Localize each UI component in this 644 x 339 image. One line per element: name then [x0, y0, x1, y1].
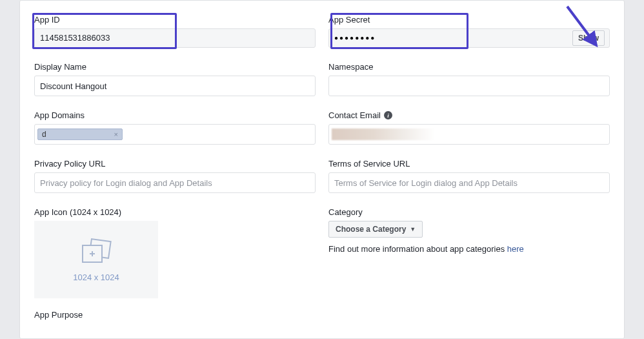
privacy-url-label: Privacy Policy URL — [34, 159, 316, 169]
domain-tag-text: d — [42, 130, 46, 139]
contact-email-input[interactable] — [328, 124, 610, 145]
app-id-text: 114581531886033 — [40, 29, 110, 47]
app-secret-masked: ●●●●●●●● — [334, 29, 376, 47]
tos-url-label: Terms of Service URL — [328, 159, 610, 169]
info-icon[interactable]: i — [384, 111, 392, 119]
domain-tag[interactable]: d × — [37, 128, 123, 140]
contact-email-label: Contact Email i — [328, 110, 610, 120]
app-secret-label: App Secret — [328, 15, 610, 25]
app-purpose-label: App Purpose — [34, 310, 316, 320]
show-secret-button[interactable]: Show — [572, 30, 605, 46]
app-icon-dimensions: 1024 x 1024 — [73, 272, 119, 282]
category-help-text: Find out more information about app cate… — [328, 244, 610, 254]
app-domains-label: App Domains — [34, 110, 316, 120]
privacy-url-input[interactable] — [34, 172, 316, 193]
category-label: Category — [328, 207, 610, 217]
app-domains-input[interactable]: d × — [34, 124, 316, 145]
display-name-label: Display Name — [34, 62, 316, 72]
redacted-email — [332, 128, 435, 140]
category-button-text: Choose a Category — [336, 225, 406, 234]
image-upload-icon — [77, 238, 115, 266]
caret-down-icon: ▼ — [410, 226, 416, 232]
settings-card: App ID 114581531886033 App Secret ●●●●●●… — [19, 0, 625, 339]
tos-url-input[interactable] — [328, 172, 610, 193]
display-name-input[interactable] — [34, 76, 316, 96]
app-id-value: 114581531886033 — [34, 28, 316, 48]
contact-email-label-text: Contact Email — [328, 110, 381, 120]
domain-tag-remove-icon[interactable]: × — [114, 130, 118, 138]
app-secret-field: ●●●●●●●● Show — [328, 28, 610, 48]
app-icon-label: App Icon (1024 x 1024) — [34, 207, 316, 217]
category-help-link[interactable]: here — [507, 244, 524, 254]
app-icon-upload[interactable]: 1024 x 1024 — [34, 221, 158, 298]
category-help-prefix: Find out more information about app cate… — [328, 244, 507, 254]
namespace-input[interactable] — [328, 76, 610, 96]
category-dropdown[interactable]: Choose a Category ▼ — [328, 221, 423, 238]
namespace-label: Namespace — [328, 62, 610, 72]
app-id-label: App ID — [34, 15, 316, 25]
